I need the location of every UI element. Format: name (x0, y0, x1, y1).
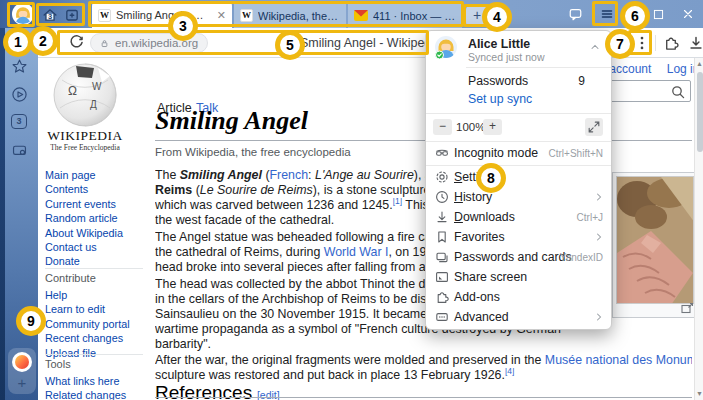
menu-item-downloads[interactable]: Downloads Ctrl+J (426, 207, 611, 227)
edit-link[interactable]: [edit] (257, 389, 280, 400)
yandex-launcher[interactable]: + (8, 348, 36, 394)
text-segment: which was carved between 1236 and 1245. (155, 198, 393, 212)
home-button[interactable]: 3 (40, 5, 60, 24)
zoom-out-button[interactable]: − (433, 119, 452, 135)
article-link[interactable]: Musée national des Monuments Français (545, 353, 692, 367)
menu-item-incognito[interactable]: Incognito mode Ctrl+Shift+N (426, 143, 611, 163)
kebab-menu-icon (633, 34, 651, 52)
screen-camera-icon (11, 142, 28, 159)
menu-item-favorites[interactable]: Favorites (426, 227, 611, 247)
menu-item-addons[interactable]: Add-ons (426, 287, 611, 307)
sidebar-link[interactable]: Main page (45, 168, 151, 182)
video-call-rail-button[interactable] (11, 142, 28, 159)
tab-title: Wikipedia, the free encyclopedia (258, 10, 340, 22)
reload-button[interactable] (68, 34, 85, 51)
yandex-browser-logo (12, 352, 32, 372)
sidebar-link[interactable]: Current events (45, 197, 151, 211)
sidebar-link[interactable]: Donate (45, 254, 151, 268)
menu-item-share-screen[interactable]: Share screen (426, 267, 611, 287)
passwords-label: Passwords (468, 74, 528, 88)
zoom-in-button[interactable]: + (483, 119, 502, 135)
profile-row[interactable]: Alice Little Synced just now (426, 35, 611, 65)
sidebar-link[interactable]: Recent changes (45, 331, 151, 345)
extensions-button[interactable] (662, 34, 680, 52)
fullscreen-button[interactable] (585, 118, 603, 136)
sidebar-link[interactable]: Learn to edit (45, 302, 151, 316)
bookmarks-rail-button[interactable] (11, 58, 28, 75)
scroll-down-icon[interactable]: ▼ (696, 390, 703, 398)
notifications-button[interactable] (566, 5, 584, 23)
maximize-icon (652, 8, 665, 21)
article-title: Smiling Angel (155, 106, 308, 136)
wikipedia-tagline: The Free Encyclopedia (42, 143, 128, 152)
article-link[interactable]: World War I (324, 245, 389, 259)
menu-item-label: Incognito mode (454, 146, 538, 160)
sidebar-link[interactable]: Community portal (45, 317, 151, 331)
menu-item-label: Advanced (454, 310, 509, 324)
setup-sync-link[interactable]: Set up sync (468, 92, 532, 106)
text-line: barbarity". (155, 337, 613, 352)
page-scrollbar[interactable]: ▲ ▼ (694, 58, 703, 400)
browser-menu-panel: Alice Little Synced just now Passwords 9… (425, 30, 612, 330)
tab-close-icon[interactable]: ✕ (217, 9, 226, 22)
wikipedia-globe-logo[interactable]: Ω W Д (52, 62, 118, 128)
tab-yandex-mail[interactable]: 411 · Inbox — Yandex Mail (348, 3, 462, 28)
new-tab-group-button[interactable] (62, 5, 82, 24)
tab-smiling-angel[interactable]: W Smiling Angel - Wikipedia ✕ (92, 2, 232, 28)
sidebar-link[interactable]: What links here (45, 374, 151, 388)
chevron-up-icon[interactable] (589, 41, 601, 53)
incognito-mask-icon (434, 145, 450, 161)
download-icon (434, 209, 450, 225)
reference-link[interactable]: [4] (505, 368, 514, 376)
tab-wikipedia-home[interactable]: W Wikipedia, the free encyclopedia (234, 3, 346, 28)
menu-item-settings[interactable]: Settings (426, 167, 611, 187)
rail-add-button[interactable]: + (8, 374, 36, 391)
menu-item-label: Downloads (454, 210, 515, 224)
callout-4: 4 (482, 2, 512, 32)
close-button[interactable] (679, 5, 697, 23)
svg-text:Ω: Ω (68, 84, 77, 98)
shortcut-label: Ctrl+Shift+N (549, 148, 603, 159)
gear-icon (434, 169, 450, 185)
maximize-button[interactable] (649, 5, 667, 23)
sidebar-link[interactable]: Contact us (45, 240, 151, 254)
text-line: sculpture was restored and put back in p… (155, 368, 692, 383)
menu-item-passwords-cards[interactable]: Passwords and cards YandexID (426, 247, 611, 267)
article-link[interactable]: French (270, 168, 309, 182)
sidebar-link[interactable]: Contents (45, 182, 151, 196)
sidebar-link[interactable]: About Wikipedia (45, 226, 151, 240)
menu-item-history[interactable]: History (426, 187, 611, 207)
toolbar-divider (655, 35, 656, 51)
text-segment: Smiling Angel (180, 168, 262, 182)
sidebar-link[interactable]: Related changes (45, 388, 151, 400)
text-segment: the cathedral of Reims, during (155, 245, 324, 259)
yandex-id-label: YandexID (560, 252, 603, 263)
puzzle-icon (434, 289, 450, 305)
sidebar-link[interactable]: Help (45, 288, 151, 302)
wiki-tools-links: What links hereRelated changesSpecial pa… (45, 374, 151, 400)
enlarge-icon[interactable] (681, 303, 694, 314)
downloads-button[interactable] (687, 34, 703, 52)
sidebar-link[interactable]: Random article (45, 211, 151, 225)
search-icon (670, 84, 686, 100)
sidebar-divider (45, 354, 143, 355)
scrollbar-thumb[interactable] (697, 72, 703, 152)
menu-item-advanced[interactable]: Advanced (426, 307, 611, 327)
menu-item-label: Passwords and cards (454, 250, 572, 264)
smiling-angel-thumbnail[interactable] (616, 176, 694, 304)
profile-avatar-button[interactable] (12, 3, 34, 25)
sync-status: Synced just now (468, 51, 544, 63)
ellipsis-box-icon (434, 309, 450, 325)
download-icon (687, 34, 703, 52)
text-segment: barbarity". (155, 337, 211, 351)
scroll-up-icon[interactable]: ▲ (696, 60, 703, 68)
page-actions-button[interactable] (633, 34, 651, 52)
menu-item-passwords[interactable]: Passwords 9 (426, 71, 611, 91)
reference-link[interactable]: [1] (393, 198, 402, 206)
share-screen-icon (434, 269, 450, 285)
tab-list-rail-button[interactable]: 3 (11, 114, 28, 131)
bookmark-icon (434, 229, 450, 245)
text-segment: the west facade of the cathedral. (155, 213, 334, 227)
media-rail-button[interactable] (11, 86, 28, 103)
browser-menu-button[interactable] (596, 3, 618, 25)
